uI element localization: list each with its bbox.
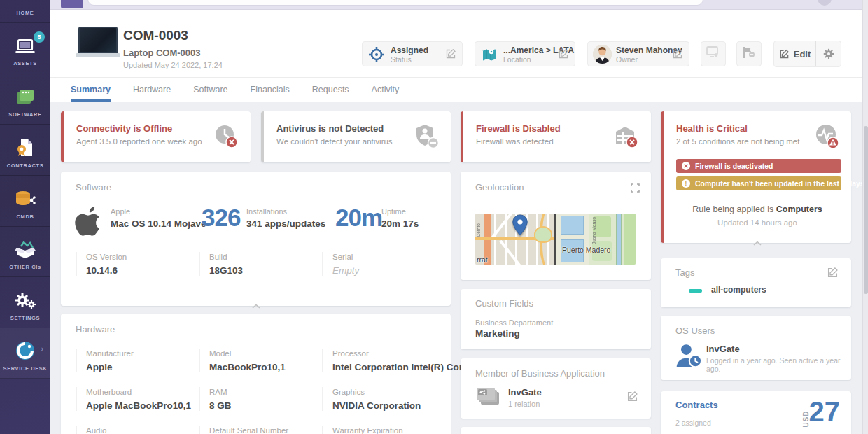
error-circle-icon: ✕: [682, 162, 690, 170]
asset-detail-page: HOME 5 ASSETS SOFTWARE CONTRACTS CMD: [0, 0, 868, 434]
geolocation-map[interactable]: Cerrito rrat Puerto Madero Juana Manso: [475, 214, 636, 265]
edit-status-icon[interactable]: [445, 48, 456, 59]
contracts-panel: Contracts 2 assigned USD 27: [661, 391, 851, 434]
os-user-name[interactable]: InvGate: [706, 344, 740, 354]
nav-menu-button[interactable]: [61, 0, 83, 8]
sidebar-item-other-cis[interactable]: OTHER CIs: [0, 227, 50, 277]
contracts-title-link[interactable]: Contracts: [676, 400, 718, 410]
software-icon: [15, 88, 36, 106]
asset-thumbnail: [76, 27, 120, 57]
field-default-serial: Default Serial Number: [199, 426, 322, 434]
hardware-panel-title: Hardware: [76, 324, 115, 335]
global-search-input[interactable]: [88, 0, 704, 6]
tab-summary[interactable]: Summary: [71, 78, 111, 102]
pencil-icon: [779, 49, 790, 59]
health-pulse-icon: [812, 122, 841, 151]
business-app-name[interactable]: InvGate: [508, 387, 542, 398]
tab-hardware[interactable]: Hardware: [133, 78, 171, 102]
tab-software[interactable]: Software: [193, 78, 227, 102]
scrollbar-thumb[interactable]: [864, 126, 868, 294]
collapse-caret-icon[interactable]: [252, 299, 260, 304]
alert-firewall[interactable]: Firewall is Disabled Firewall was detect…: [461, 111, 651, 162]
sidebar-item-settings[interactable]: SETTINGS: [0, 277, 50, 328]
sidebar-item-software[interactable]: SOFTWARE: [0, 74, 50, 125]
hardware-panel: Hardware ManufacturerApple ModelMacBookP…: [61, 314, 451, 434]
business-app-panel: Member of Business Application InvGate 1…: [461, 358, 651, 419]
status-pill[interactable]: Assigned Status: [362, 41, 463, 66]
info-circle-icon: !: [682, 179, 690, 188]
owner-pill[interactable]: Steven Mahoney Owner: [587, 41, 690, 66]
flag-minus-icon: [742, 46, 756, 62]
asset-header: COM-0003 Laptop COM-0003 Updated May 24 …: [50, 10, 862, 77]
sidebar-item-label: CMDB: [17, 214, 34, 220]
map-label-street-right: Juana Manso: [592, 217, 596, 244]
sidebar-item-label: SOFTWARE: [8, 111, 41, 118]
alert-antivirus[interactable]: Antivirus is not Detected We couldn't de…: [261, 111, 451, 162]
sidebar-item-label: CONTRACTS: [7, 162, 43, 169]
chevron-right-icon: ›: [41, 345, 43, 353]
uptime-value: 20m: [335, 204, 382, 232]
map-label-district: rrat: [477, 255, 488, 264]
map-label-puerto-madero: Puerto Madero: [562, 246, 610, 254]
alert-subtitle: We couldn't detect your antivirus: [276, 137, 393, 146]
alert-connectivity[interactable]: Connectivity is Offline Agent 3.5.0 repo…: [61, 111, 251, 162]
service-desk-icon: [15, 342, 35, 360]
edit-button-label: Edit: [794, 49, 811, 59]
monitor-download-icon: [706, 46, 720, 62]
health-banner-firewall: ✕ Firewall is deactivated: [676, 159, 841, 173]
sidebar-item-cmdb[interactable]: CMDB: [0, 176, 50, 227]
edit-button[interactable]: Edit: [774, 41, 816, 66]
tab-activity[interactable]: Activity: [372, 78, 400, 102]
edit-business-app-icon[interactable]: [626, 391, 638, 402]
tag-label[interactable]: all-computers: [711, 285, 766, 295]
flag-button[interactable]: [736, 41, 762, 66]
os-users-title: OS Users: [676, 326, 715, 336]
software-panel-title: Software: [76, 182, 111, 192]
user-avatar[interactable]: [818, 0, 832, 6]
uptime-label: Uptime: [382, 207, 419, 216]
collapse-caret-icon[interactable]: [753, 236, 762, 241]
field-processor: ProcessorIntel Corporation Intel(R) Core…: [322, 349, 436, 372]
sidebar-item-home[interactable]: HOME: [0, 0, 50, 23]
installations-count: 326: [202, 204, 240, 232]
map-label-street: Cerrito: [476, 223, 481, 237]
expand-icon[interactable]: [631, 183, 640, 195]
tab-requests[interactable]: Requests: [312, 78, 349, 102]
field-warranty: Warranty Expiration: [322, 426, 436, 434]
alert-title: Health is Critical: [676, 123, 748, 134]
alert-subtitle: Agent 3.5.0 reported one week ago: [76, 137, 202, 146]
antivirus-icon: [412, 122, 441, 151]
location-label: Location: [503, 55, 531, 64]
business-app-icon: [475, 386, 502, 410]
sidebar: HOME 5 ASSETS SOFTWARE CONTRACTS CMD: [0, 0, 50, 434]
sidebar-item-label: SETTINGS: [10, 315, 40, 321]
field-motherboard: MotherboardApple MacBookPro10,1: [76, 387, 199, 411]
alert-title: Connectivity is Offline: [76, 123, 172, 134]
settings-button[interactable]: [816, 41, 841, 66]
sidebar-item-assets[interactable]: 5 ASSETS: [0, 23, 50, 74]
contracts-count: 27: [809, 396, 841, 428]
edit-location-icon[interactable]: [558, 48, 569, 59]
edit-owner-icon[interactable]: [672, 48, 683, 59]
sidebar-item-service-desk[interactable]: › SERVICE DESK: [0, 328, 50, 379]
edit-tags-icon[interactable]: [827, 267, 839, 279]
sidebar-item-label: OTHER CIs: [9, 264, 41, 270]
owner-label: Owner: [616, 55, 638, 64]
crosshair-status-icon: [369, 47, 384, 62]
custom-fields-panel: Custom Fields Business Departament Marke…: [461, 289, 651, 349]
location-pill[interactable]: ...America > LATA Location: [475, 41, 575, 66]
top-bar: [50, 0, 862, 10]
sidebar-item-label: SERVICE DESK: [4, 365, 48, 372]
user-clock-icon: [676, 342, 704, 372]
field-serial: Serial Empty: [322, 252, 436, 276]
alert-title: Firewall is Disabled: [476, 123, 561, 134]
sidebar-item-contracts[interactable]: CONTRACTS: [0, 125, 50, 176]
contracts-assigned: 2 assigned: [676, 419, 711, 427]
connectivity-offline-icon: [211, 122, 241, 151]
box-icon: [14, 241, 36, 259]
alert-health[interactable]: Health is Critical 2 of 5 conditions are…: [661, 111, 851, 243]
status-value: Assigned: [391, 46, 428, 55]
health-banner-updates: ! Computer hasn't been updated in the la…: [676, 176, 841, 190]
remote-session-button[interactable]: [701, 41, 726, 66]
tab-financials[interactable]: Financials: [251, 78, 290, 102]
